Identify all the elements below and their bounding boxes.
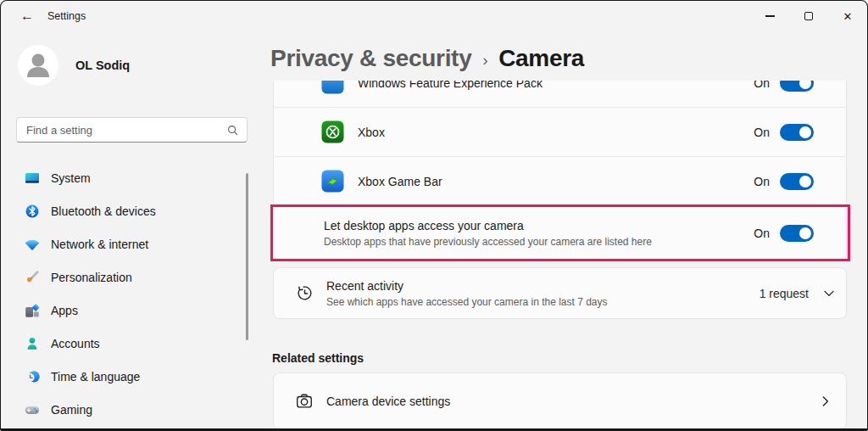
maximize-icon — [804, 12, 813, 20]
windows-feature-pack-icon — [321, 81, 344, 94]
recent-activity-description: See which apps have accessed your camera… — [326, 295, 760, 309]
window-title: Settings — [47, 1, 86, 31]
sidebar-item-label: Personalization — [51, 271, 132, 284]
search-input[interactable] — [26, 124, 227, 137]
sidebar-item-bluetooth-devices[interactable]: Bluetooth & devices — [1, 194, 252, 227]
back-button[interactable]: ← — [13, 3, 42, 29]
desktop-apps-camera-row: Let desktop apps access your camera Desk… — [274, 206, 846, 260]
sidebar-item-network-internet[interactable]: Network & internet — [1, 227, 252, 260]
sidebar-item-label: Accounts — [51, 337, 100, 350]
sidebar-item-label: Apps — [51, 304, 78, 317]
desktop-apps-title: Let desktop apps access your camera — [324, 218, 754, 234]
related-settings-heading: Related settings — [272, 350, 852, 367]
recent-activity-count: 1 request — [760, 287, 809, 300]
search-icon — [227, 125, 238, 136]
toggle-xbox-game-bar[interactable] — [780, 173, 814, 190]
related-settings-card: Camera device settings — [273, 372, 847, 430]
system-icon — [25, 171, 40, 186]
app-permissions-card: Windows Feature Experience Pack On Xbox … — [273, 81, 847, 261]
history-icon — [294, 283, 314, 304]
settings-content: Windows Feature Experience Pack On Xbox … — [270, 81, 852, 431]
clock-globe-icon — [25, 369, 40, 384]
desktop-apps-description: Desktop apps that have previously access… — [324, 235, 754, 249]
chevron-down-icon[interactable] — [824, 290, 834, 297]
sidebar-item-gaming[interactable]: Gaming — [1, 393, 252, 426]
sidebar-item-label: System — [51, 171, 91, 185]
search-box[interactable] — [16, 117, 248, 143]
breadcrumb-chevron-icon: › — [482, 52, 487, 70]
app-permission-row-windows-feature-pack: Windows Feature Experience Pack On — [274, 81, 846, 107]
sidebar-item-time-language[interactable]: Time & language — [1, 360, 252, 393]
toggle-state-label: On — [754, 227, 770, 240]
sidebar-nav: System Bluetooth & devices Network & int… — [1, 161, 252, 426]
toggle-state-label: On — [754, 126, 770, 139]
toggle-state-label: On — [754, 175, 770, 188]
minimize-button[interactable] — [750, 1, 789, 31]
sidebar-item-label: Bluetooth & devices — [51, 204, 156, 218]
user-name: OL Sodiq — [75, 59, 130, 72]
bluetooth-icon — [25, 204, 40, 219]
app-name: Windows Feature Experience Pack — [358, 81, 754, 90]
minimize-icon — [765, 15, 775, 16]
xbox-icon — [321, 120, 344, 143]
close-icon: ✕ — [843, 10, 853, 23]
breadcrumb: Privacy & security › Camera — [270, 45, 584, 72]
breadcrumb-parent[interactable]: Privacy & security — [270, 45, 471, 72]
sidebar-item-label: Time & language — [51, 370, 140, 383]
app-name: Xbox Game Bar — [358, 175, 754, 188]
recent-activity-card: Recent activity See which apps have acce… — [273, 267, 847, 319]
camera-icon — [294, 391, 314, 411]
recent-activity-row[interactable]: Recent activity See which apps have acce… — [274, 268, 846, 318]
chevron-right-icon — [822, 396, 829, 406]
xbox-game-bar-icon — [321, 170, 344, 193]
user-account-row[interactable]: OL Sodiq — [18, 45, 130, 86]
sidebar-item-personalization[interactable]: Personalization — [1, 260, 252, 294]
wifi-icon — [25, 237, 40, 252]
app-permission-row-xbox-game-bar: Xbox Game Bar On — [274, 157, 846, 205]
recent-activity-title: Recent activity — [326, 278, 760, 294]
back-arrow-icon: ← — [20, 8, 34, 24]
sidebar-item-label: Gaming — [51, 403, 92, 417]
person-icon — [18, 45, 58, 86]
toggle-desktop-apps-camera[interactable] — [780, 225, 814, 242]
toggle-xbox[interactable] — [780, 124, 814, 141]
camera-device-settings-label: Camera device settings — [326, 394, 822, 410]
settings-window: ← Settings ✕ OL Sodiq System — [0, 0, 868, 431]
paintbrush-icon — [25, 270, 40, 285]
app-permission-row-xbox: Xbox On — [274, 108, 846, 156]
titlebar: ← Settings ✕ — [1, 1, 867, 31]
accounts-person-icon — [25, 336, 40, 351]
close-button[interactable]: ✕ — [828, 1, 867, 31]
toggle-state-label: On — [754, 81, 770, 90]
sidebar-scrollbar[interactable] — [246, 173, 248, 340]
gamepad-icon — [25, 402, 40, 417]
apps-icon — [25, 303, 40, 318]
page-title: Camera — [498, 45, 584, 72]
toggle-windows-feature-pack[interactable] — [780, 81, 814, 92]
maximize-button[interactable] — [789, 1, 828, 31]
sidebar-item-label: Network & internet — [51, 238, 148, 251]
sidebar-item-system[interactable]: System — [1, 161, 252, 194]
app-name: Xbox — [358, 126, 754, 139]
sidebar-item-accounts[interactable]: Accounts — [1, 327, 252, 360]
camera-device-settings-row[interactable]: Camera device settings — [274, 373, 846, 429]
sidebar-item-apps[interactable]: Apps — [1, 294, 252, 327]
avatar — [18, 45, 58, 86]
